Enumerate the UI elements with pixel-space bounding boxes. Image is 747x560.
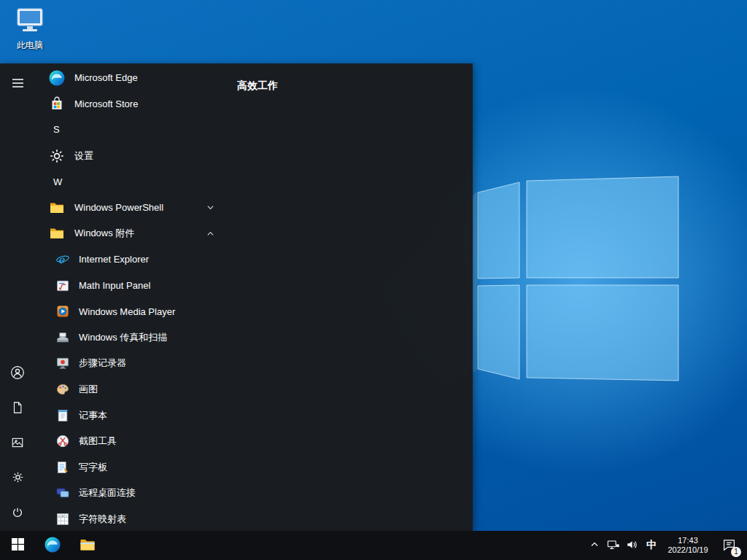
wordpad-icon <box>55 460 70 475</box>
start-app-list: Microsoft Edge Microsoft Store S <box>35 63 222 531</box>
app-label: 设置 <box>74 149 93 163</box>
clock-time: 17:43 <box>678 536 698 545</box>
edge-icon <box>44 536 61 556</box>
store-icon <box>48 95 66 112</box>
app-label: 写字板 <box>79 461 107 474</box>
tray-overflow-button[interactable] <box>585 531 604 560</box>
power-icon <box>11 506 24 521</box>
expand-menu-button[interactable] <box>0 66 35 101</box>
section-header-w[interactable]: W <box>35 168 222 195</box>
documents-button[interactable] <box>0 391 35 426</box>
start-group-windows-accessories[interactable]: Windows 附件 <box>35 221 222 247</box>
app-label: 画图 <box>79 383 98 396</box>
start-app-windows-media-player[interactable]: Windows Media Player <box>35 298 222 324</box>
snipping-tool-icon <box>55 434 70 448</box>
app-label: 远程桌面连接 <box>79 486 136 499</box>
start-button[interactable] <box>0 531 35 560</box>
desktop[interactable]: 此电脑 <box>0 0 747 560</box>
chevron-up-icon <box>590 540 599 551</box>
document-icon <box>11 401 24 416</box>
chevron-down-icon <box>206 203 214 211</box>
windows-wallpaper-logo <box>467 168 693 386</box>
start-app-math-input-panel[interactable]: Math Input Panel <box>35 273 222 299</box>
svg-text:A: A <box>58 513 61 517</box>
section-header-s[interactable]: S <box>35 117 222 143</box>
app-label: Windows Media Player <box>79 306 175 317</box>
folder-icon <box>48 225 66 242</box>
paint-icon <box>55 382 70 397</box>
notification-badge: 1 <box>731 547 741 557</box>
pictures-icon <box>11 436 24 451</box>
start-app-character-map[interactable]: A B C 字符映射表 <box>35 506 222 531</box>
app-label: 步骤记录器 <box>79 357 126 370</box>
taskbar-clock[interactable]: 17:43 2022/10/19 <box>661 531 715 560</box>
character-map-icon: A B C <box>55 512 70 526</box>
network-tray-button[interactable] <box>604 531 623 560</box>
group-label: Windows PowerShell <box>74 202 163 213</box>
start-app-notepad[interactable]: 记事本 <box>35 402 222 429</box>
pictures-button[interactable] <box>0 426 35 461</box>
taskbar: 中 17:43 2022/10/19 1 <box>0 531 747 560</box>
start-app-wordpad[interactable]: 写字板 <box>35 454 222 481</box>
start-app-settings[interactable]: 设置 <box>35 143 222 169</box>
desktop-icon-label: 此电脑 <box>9 39 51 52</box>
media-player-icon <box>55 304 70 319</box>
folder-icon <box>48 199 66 217</box>
windows-logo-icon <box>12 538 24 553</box>
chevron-up-icon <box>206 230 214 238</box>
app-label: Windows 传真和扫描 <box>79 331 167 344</box>
app-label: 截图工具 <box>79 435 117 448</box>
start-app-windows-fax-and-scan[interactable]: Windows 传真和扫描 <box>35 324 222 351</box>
steps-recorder-icon <box>55 356 70 370</box>
tile-group-header[interactable]: 高效工作 <box>237 79 473 93</box>
start-app-remote-desktop-connection[interactable]: 远程桌面连接 <box>35 481 222 507</box>
file-explorer-icon <box>79 536 96 556</box>
start-menu-rail <box>0 63 35 531</box>
section-letter: S <box>53 124 60 135</box>
taskbar-edge-button[interactable] <box>35 531 70 560</box>
app-label: Microsoft Store <box>74 98 138 109</box>
start-app-microsoft-edge[interactable]: Microsoft Edge <box>35 65 222 91</box>
svg-text:C: C <box>66 513 68 517</box>
gear-icon <box>48 147 66 165</box>
start-app-paint[interactable]: 画图 <box>35 376 222 402</box>
ime-indicator[interactable]: 中 <box>642 531 661 560</box>
app-label: Microsoft Edge <box>74 72 138 83</box>
system-tray: 中 17:43 2022/10/19 1 <box>585 531 747 560</box>
hamburger-icon <box>12 78 24 90</box>
app-label: 记事本 <box>79 409 107 422</box>
start-group-windows-powershell[interactable]: Windows PowerShell <box>35 195 222 221</box>
user-icon <box>10 365 25 382</box>
network-icon <box>607 538 620 553</box>
app-label: 字符映射表 <box>79 513 126 526</box>
app-label: Internet Explorer <box>79 254 149 265</box>
this-pc-icon <box>14 25 46 37</box>
taskbar-file-explorer-button[interactable] <box>70 531 105 560</box>
section-letter: W <box>53 176 62 187</box>
group-label: Windows 附件 <box>74 227 134 240</box>
desktop-icon-this-pc[interactable]: 此电脑 <box>9 6 51 52</box>
edge-icon <box>48 69 66 87</box>
app-label: Math Input Panel <box>79 280 150 291</box>
start-tile-area: 高效工作 <box>222 63 473 531</box>
svg-text:e: e <box>58 254 66 265</box>
math-input-panel-icon <box>55 279 70 293</box>
power-button[interactable] <box>0 496 35 531</box>
notepad-icon <box>55 408 70 423</box>
speaker-icon <box>626 538 639 553</box>
fax-scan-icon <box>55 330 70 345</box>
start-app-microsoft-store[interactable]: Microsoft Store <box>35 91 222 117</box>
clock-date: 2022/10/19 <box>667 545 708 555</box>
svg-text:B: B <box>62 513 64 517</box>
start-app-steps-recorder[interactable]: 步骤记录器 <box>35 351 222 377</box>
action-center-button[interactable]: 1 <box>715 531 743 560</box>
remote-desktop-icon <box>55 486 70 500</box>
start-app-snipping-tool[interactable]: 截图工具 <box>35 428 222 454</box>
start-app-internet-explorer[interactable]: e Internet Explorer <box>35 246 222 273</box>
settings-button[interactable] <box>0 461 35 496</box>
start-menu: Microsoft Edge Microsoft Store S <box>0 63 473 531</box>
volume-tray-button[interactable] <box>623 531 642 560</box>
gear-icon <box>11 470 25 486</box>
internet-explorer-icon: e <box>55 252 70 267</box>
user-account-button[interactable] <box>0 356 35 391</box>
